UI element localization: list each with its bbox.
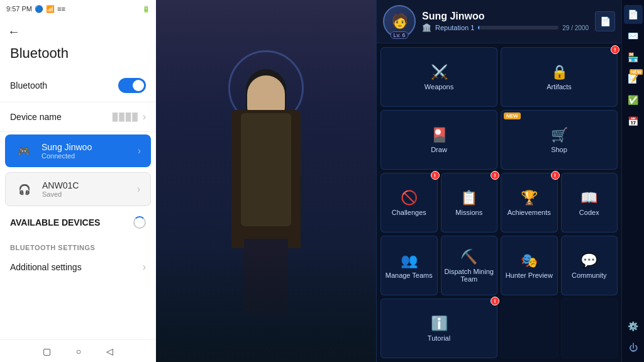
shop-icon: 🛒 <box>551 127 568 143</box>
sidebar-power-btn[interactable]: ⏻ <box>624 338 643 357</box>
achievements-label: Achievements <box>508 209 551 216</box>
sidebar-settings-btn[interactable]: ⚙️ <box>624 317 643 336</box>
scan-spinner <box>133 216 146 229</box>
tutorial-item[interactable]: ! ℹ️ Tutorial <box>380 299 497 358</box>
community-item[interactable]: 💬 Community <box>561 236 618 295</box>
manage-teams-item[interactable]: 👥 Manage Teams <box>380 236 438 295</box>
chevron-icon: › <box>143 111 146 123</box>
tutorial-badge: ! <box>491 297 499 305</box>
hunter-preview-label: Hunter Preview <box>506 272 553 279</box>
rep-label: Reputation 1 <box>435 24 474 31</box>
profile-actions: 📄 <box>595 11 615 31</box>
hunter-preview-item[interactable]: 🎭 Hunter Preview <box>501 236 558 295</box>
sidebar-shop-btn[interactable]: 🏪 <box>624 48 643 67</box>
profile-name: Sung Jinwoo <box>422 11 589 22</box>
available-label: AVAILABLE DEVICES <box>10 217 100 228</box>
draw-item[interactable]: 🎴 Draw <box>380 110 497 170</box>
codex-label: Codex <box>579 209 599 216</box>
device-name-label: Device name <box>10 112 62 122</box>
achievements-badge: ! <box>551 171 560 180</box>
status-bt: 🔵 <box>35 5 43 13</box>
device-name-value: ████ › <box>113 111 146 123</box>
headphone-icon: 🎧 <box>16 180 33 198</box>
sidebar-inventory-btn[interactable]: 📄 <box>624 5 643 24</box>
top-bar: ← <box>0 18 156 45</box>
nav-bar: ▢ ○ ◁ <box>0 339 156 362</box>
settings-list: Bluetooth Device name ████ › 🎮 Sung Jinw… <box>0 69 156 339</box>
new-badge-text: NEW <box>630 69 642 75</box>
empty-cell-2 <box>561 299 618 358</box>
anw01c-item[interactable]: 🎧 ANW01C Saved › <box>5 172 151 206</box>
artifacts-item[interactable]: ! 🔒 Artifacts <box>501 47 618 107</box>
draw-icon: 🎴 <box>431 127 448 143</box>
nav-triangle[interactable]: ◁ <box>106 346 113 356</box>
sidebar-mail-btn[interactable]: ✉️ <box>624 26 643 45</box>
bt-settings-header: BLUETOOTH SETTINGS <box>0 236 156 254</box>
rep-bar-row: 🏛️ Reputation 1 29 / 2000 <box>422 23 589 32</box>
missions-item[interactable]: ! 📋 Missions <box>441 173 498 233</box>
level-badge: Lv. 6 <box>391 31 409 39</box>
shop-label: Shop <box>551 146 567 153</box>
avatar-container: 🧑 Lv. 6 <box>383 5 416 38</box>
game-world: 🌐 <box>156 0 376 362</box>
additional-settings-label: Additional settings <box>10 262 82 272</box>
wireless-controller-item[interactable]: 🎮 Sung Jinwoo Connected › <box>5 134 151 167</box>
tutorial-icon: ℹ️ <box>431 315 448 332</box>
shop-new-badge: NEW <box>504 112 521 119</box>
profile-settings-btn[interactable]: 📄 <box>595 11 615 31</box>
bluetooth-toggle[interactable] <box>118 78 146 93</box>
weapons-icon: ⚔️ <box>431 64 448 80</box>
new-badge-icon: 📝 <box>628 74 638 84</box>
challenges-item[interactable]: ! 🚫 Challenges <box>380 173 438 233</box>
nav-square[interactable]: ▢ <box>43 346 51 356</box>
missions-badge: ! <box>491 171 499 180</box>
empty-cell-1 <box>501 299 558 358</box>
profile-info: Sung Jinwoo 🏛️ Reputation 1 29 / 2000 <box>422 11 589 32</box>
sidebar-calendar-btn[interactable]: 📅 <box>624 112 643 131</box>
controller-name: Sung Jinwoo <box>42 142 129 152</box>
right-sidebar: 📄 ✉️ 🏪 📝 NEW ✅ 📅 ⚙️ ⏻ <box>621 0 644 362</box>
char-body <box>241 113 291 226</box>
codex-item[interactable]: 📖 Codex <box>561 173 618 233</box>
device-name-text: ████ <box>113 112 139 121</box>
status-time: 9:57 PM <box>6 5 32 13</box>
back-button[interactable]: ← <box>8 25 20 39</box>
status-wifi: ≡≡ <box>57 5 65 13</box>
profile-header: 🧑 Lv. 6 Sung Jinwoo 🏛️ Reputation 1 29 /… <box>377 0 621 43</box>
draw-label: Draw <box>431 146 447 153</box>
codex-icon: 📖 <box>580 190 597 206</box>
challenges-badge: ! <box>431 171 440 180</box>
sidebar-new-btn[interactable]: 📝 NEW <box>624 69 643 88</box>
anw01c-chevron: › <box>137 184 140 195</box>
artifacts-icon: 🔒 <box>551 64 568 80</box>
anw01c-info: ANW01C Saved <box>42 180 128 198</box>
weapons-item[interactable]: ⚔️ Weapons <box>380 47 497 107</box>
achievements-icon: 🏆 <box>521 190 538 206</box>
missions-label: Missions <box>455 209 482 216</box>
dispatch-item[interactable]: ⛏️ Dispatch Mining Team <box>441 236 498 295</box>
rep-icon: 🏛️ <box>422 23 431 32</box>
rep-fill <box>478 26 479 30</box>
additional-settings-row[interactable]: Additional settings › <box>0 254 156 280</box>
available-devices-row: AVAILABLE DEVICES <box>0 209 156 236</box>
achievements-item[interactable]: ! 🏆 Achievements <box>501 173 558 233</box>
rep-count: 29 / 2000 <box>562 25 589 31</box>
sidebar-tasks-btn[interactable]: ✅ <box>624 90 643 109</box>
missions-icon: 📋 <box>460 190 477 206</box>
device-name-row[interactable]: Device name ████ › <box>0 102 156 132</box>
challenges-icon: 🚫 <box>401 190 418 206</box>
weapons-label: Weapons <box>425 83 453 90</box>
nav-circle[interactable]: ○ <box>76 346 81 356</box>
dispatch-icon: ⛏️ <box>460 249 477 265</box>
bluetooth-toggle-row: Bluetooth <box>0 69 156 102</box>
shop-item[interactable]: NEW 🛒 Shop <box>501 110 618 170</box>
controller-icon: 🎮 <box>15 142 33 160</box>
anw01c-name: ANW01C <box>42 180 128 190</box>
artifacts-label: Artifacts <box>547 83 572 90</box>
page-title: Bluetooth <box>0 45 156 69</box>
status-signal: 📶 <box>46 5 55 13</box>
rep-progress <box>478 26 558 30</box>
hall-floor <box>156 249 376 362</box>
menu-grid: ⚔️ Weapons ! 🔒 Artifacts 🎴 Draw NEW 🛒 Sh… <box>377 43 621 362</box>
manage-teams-label: Manage Teams <box>386 272 433 279</box>
